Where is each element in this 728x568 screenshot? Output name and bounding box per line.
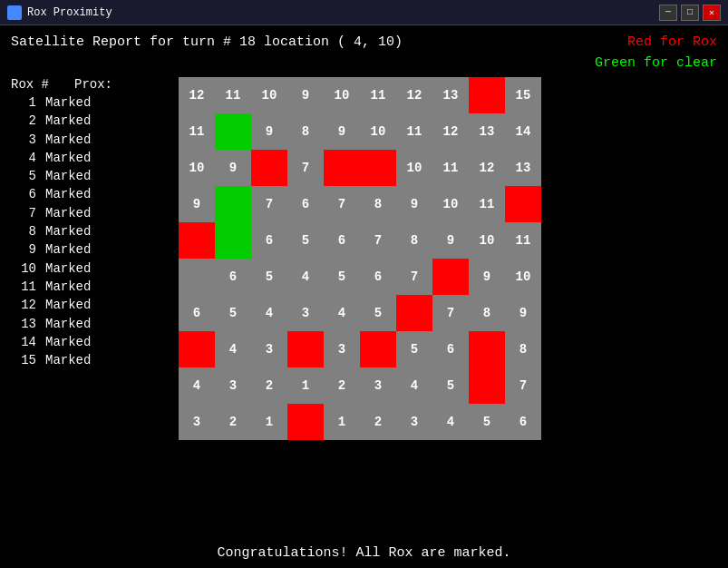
grid-cell: 4 — [251, 295, 287, 331]
grid-cell: 5 — [324, 259, 360, 295]
grid-cell: 10 — [251, 77, 287, 113]
grid-cell: 1 — [324, 404, 360, 440]
grid-cell: 12 — [179, 77, 215, 113]
grid-cell — [469, 367, 505, 404]
grid-cell: 11 — [432, 150, 469, 186]
grid-cell: 6 — [432, 331, 469, 367]
grid-cell: 10 — [396, 150, 432, 186]
grid-cell: 11 — [179, 113, 215, 150]
sat-status: Marked — [45, 149, 91, 167]
legend-red: Red for Rox — [595, 33, 717, 54]
grid-cell: 10 — [469, 222, 505, 259]
grid-cell: 6 — [251, 222, 287, 259]
grid-cell: 10 — [432, 186, 469, 222]
grid-cell: 2 — [360, 404, 396, 440]
grid-cell: 8 — [505, 331, 541, 367]
grid-cell: 10 — [324, 77, 360, 113]
grid-cell: 12 — [396, 77, 432, 113]
grid-cell: 11 — [215, 77, 251, 113]
sat-row: 10Marked — [11, 260, 170, 278]
minimize-button[interactable]: ─ — [659, 5, 677, 21]
grid-cell: 3 — [215, 367, 251, 404]
sat-rows-container: 1Marked2Marked3Marked4Marked5Marked6Mark… — [11, 93, 170, 369]
grid-cell — [179, 222, 215, 259]
sat-row: 5Marked — [11, 167, 170, 185]
grid-cell: 3 — [324, 331, 360, 367]
grid-cell — [505, 186, 541, 222]
sat-status: Marked — [45, 333, 91, 351]
grid-cell — [179, 259, 215, 295]
sat-row: 13Marked — [11, 315, 170, 333]
grid-cell: 12 — [469, 150, 505, 186]
grid-cell: 4 — [215, 331, 251, 367]
grid-cell: 13 — [432, 77, 469, 113]
sat-num: 3 — [11, 131, 36, 149]
maximize-button[interactable]: □ — [681, 5, 699, 21]
grid-cell: 2 — [251, 367, 287, 404]
grid-cell: 7 — [251, 186, 287, 222]
grid-cell: 5 — [432, 367, 469, 404]
grid-cell — [251, 150, 287, 186]
sat-status: Marked — [45, 93, 91, 112]
grid-cell: 9 — [469, 259, 505, 295]
grid-cell: 13 — [505, 150, 541, 186]
body-area: Rox # Prox: 1Marked2Marked3Marked4Marked… — [11, 77, 717, 536]
grid-cell: 5 — [469, 404, 505, 440]
close-button[interactable]: ✕ — [703, 5, 721, 21]
grid-cell: 6 — [179, 295, 215, 331]
grid-area: 1211109101112131511989101112131410971011… — [179, 77, 541, 536]
grid-cell: 3 — [360, 367, 396, 404]
grid-cell: 10 — [179, 150, 215, 186]
grid-cell: 11 — [396, 113, 432, 150]
sat-num: 15 — [11, 351, 36, 369]
grid-cell — [215, 186, 251, 222]
grid-cell: 8 — [469, 295, 505, 331]
grid-cell: 14 — [505, 113, 541, 150]
grid-table: 1211109101112131511989101112131410971011… — [179, 77, 541, 440]
titlebar-left: Rox Proximity — [7, 5, 112, 20]
sat-num: 10 — [11, 260, 36, 278]
grid-cell: 6 — [324, 222, 360, 259]
grid-cell: 8 — [287, 113, 324, 150]
grid-cell: 5 — [251, 259, 287, 295]
grid-cell: 7 — [360, 222, 396, 259]
header-right: Red for Rox Green for clear — [595, 33, 717, 73]
grid-cell: 6 — [287, 186, 324, 222]
grid-cell: 9 — [396, 186, 432, 222]
grid-cell — [215, 222, 251, 259]
grid-cell: 7 — [287, 150, 324, 186]
grid-cell: 5 — [396, 331, 432, 367]
sat-num: 6 — [11, 185, 36, 203]
grid-cell: 5 — [360, 295, 396, 331]
sat-status: Marked — [45, 131, 91, 149]
grid-cell: 10 — [360, 113, 396, 150]
grid-cell: 9 — [215, 150, 251, 186]
sat-status: Marked — [45, 167, 91, 185]
grid-cell: 6 — [505, 404, 541, 440]
grid-cell: 15 — [505, 77, 541, 113]
sat-status: Marked — [45, 222, 91, 240]
sat-row: 12Marked — [11, 296, 170, 314]
sat-num: 1 — [11, 93, 36, 112]
sat-num: 2 — [11, 112, 36, 130]
grid-cell: 4 — [432, 404, 469, 440]
grid-cell: 2 — [215, 404, 251, 440]
grid-cell: 2 — [324, 367, 360, 404]
sat-status: Marked — [45, 204, 91, 222]
sat-num: 9 — [11, 240, 36, 259]
main-content: Satellite Report for turn # 18 location … — [0, 25, 728, 568]
grid-cell: 9 — [251, 113, 287, 150]
grid-cell: 9 — [179, 186, 215, 222]
sat-row: 11Marked — [11, 278, 170, 296]
report-text: Satellite Report for turn # 18 location … — [11, 33, 403, 54]
grid-cell: 4 — [287, 259, 324, 295]
sat-row: 8Marked — [11, 222, 170, 240]
grid-cell — [432, 259, 469, 295]
sat-status: Marked — [45, 296, 91, 314]
grid-cell: 3 — [396, 404, 432, 440]
grid-cell — [287, 404, 324, 440]
grid-cell: 1 — [287, 367, 324, 404]
grid-cell: 11 — [469, 186, 505, 222]
sat-row: 14Marked — [11, 333, 170, 351]
grid-cell: 4 — [179, 367, 215, 404]
